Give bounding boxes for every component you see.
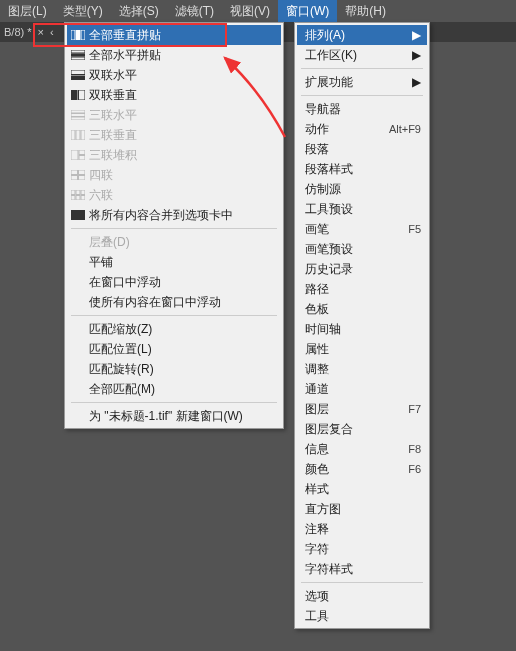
svg-rect-11 <box>71 114 85 117</box>
menu-item[interactable]: 扩展功能▶ <box>297 72 427 92</box>
menu-item[interactable]: 匹配旋转(R) <box>67 359 281 379</box>
menu-item[interactable]: 颜色F6 <box>297 459 427 479</box>
menu-item[interactable]: 图层复合 <box>297 419 427 439</box>
svg-rect-16 <box>71 150 78 160</box>
menu-filter[interactable]: 滤镜(T) <box>167 0 222 22</box>
menu-item[interactable]: 将所有内容合并到选项卡中 <box>67 205 281 225</box>
menu-item[interactable]: 图层F7 <box>297 399 427 419</box>
menu-item-label: 导航器 <box>305 101 421 118</box>
menu-item[interactable]: 全部垂直拼贴 <box>67 25 281 45</box>
shortcut-label: F8 <box>408 443 421 455</box>
menu-help[interactable]: 帮助(H) <box>337 0 394 22</box>
svg-rect-19 <box>71 170 78 175</box>
menu-item[interactable]: 双联垂直 <box>67 85 281 105</box>
menu-item[interactable]: 画笔F5 <box>297 219 427 239</box>
menu-item-label: 图层复合 <box>305 421 421 438</box>
g4-icon <box>71 170 85 180</box>
menu-item-label: 匹配旋转(R) <box>89 361 275 378</box>
menu-item[interactable]: 属性 <box>297 339 427 359</box>
separator <box>71 228 277 229</box>
menu-item[interactable]: 动作Alt+F9 <box>297 119 427 139</box>
menu-item-label: 画笔 <box>305 221 398 238</box>
menu-item-label: 扩展功能 <box>305 74 404 91</box>
menu-item[interactable]: 工具预设 <box>297 199 427 219</box>
menu-item[interactable]: 画笔预设 <box>297 239 427 259</box>
menu-item[interactable]: 工作区(K)▶ <box>297 45 427 65</box>
menu-layer[interactable]: 图层(L) <box>0 0 55 22</box>
chevron-left-icon[interactable]: ‹ <box>50 26 54 38</box>
menu-item[interactable]: 导航器 <box>297 99 427 119</box>
menu-item[interactable]: 全部匹配(M) <box>67 379 281 399</box>
menu-item[interactable]: 段落 <box>297 139 427 159</box>
menu-item-label: 历史记录 <box>305 261 421 278</box>
g6-icon <box>71 190 85 200</box>
separator <box>71 315 277 316</box>
menu-item[interactable]: 匹配位置(L) <box>67 339 281 359</box>
separator <box>71 402 277 403</box>
blank-icon <box>71 277 85 287</box>
close-icon[interactable]: × <box>38 26 44 38</box>
menu-item[interactable]: 色板 <box>297 299 427 319</box>
menu-item[interactable]: 直方图 <box>297 499 427 519</box>
menu-item[interactable]: 路径 <box>297 279 427 299</box>
menu-select[interactable]: 选择(S) <box>111 0 167 22</box>
menu-item-label: 全部匹配(M) <box>89 381 275 398</box>
svg-rect-10 <box>71 110 85 113</box>
menu-item-label: 调整 <box>305 361 421 378</box>
svg-rect-22 <box>79 176 86 181</box>
menu-item[interactable]: 仿制源 <box>297 179 427 199</box>
menu-item[interactable]: 字符样式 <box>297 559 427 579</box>
menu-item[interactable]: 选项 <box>297 586 427 606</box>
menu-item-label: 三联垂直 <box>89 127 275 144</box>
menu-item[interactable]: 平铺 <box>67 252 281 272</box>
svg-rect-4 <box>71 54 85 57</box>
menu-item-label: 字符 <box>305 541 421 558</box>
menu-type[interactable]: 类型(Y) <box>55 0 111 22</box>
menu-item-label: 双联水平 <box>89 67 275 84</box>
menu-window[interactable]: 窗口(W) <box>278 0 337 22</box>
shortcut-label: F6 <box>408 463 421 475</box>
menu-item[interactable]: 为 "未标题-1.tif" 新建窗口(W) <box>67 406 281 426</box>
menu-item-label: 段落 <box>305 141 421 158</box>
separator <box>301 68 423 69</box>
menu-item[interactable]: 段落样式 <box>297 159 427 179</box>
svg-rect-27 <box>76 196 80 201</box>
blank-icon <box>71 344 85 354</box>
menu-item-label: 层叠(D) <box>89 234 275 251</box>
menu-item[interactable]: 在窗口中浮动 <box>67 272 281 292</box>
menu-item-label: 四联 <box>89 167 275 184</box>
menu-item[interactable]: 工具 <box>297 606 427 626</box>
svg-rect-28 <box>81 196 85 201</box>
svg-rect-23 <box>71 190 75 195</box>
svg-rect-26 <box>71 196 75 201</box>
menu-item[interactable]: 匹配缩放(Z) <box>67 319 281 339</box>
menu-item[interactable]: 调整 <box>297 359 427 379</box>
menu-item[interactable]: 双联水平 <box>67 65 281 85</box>
menu-item-label: 样式 <box>305 481 421 498</box>
menu-item[interactable]: 时间轴 <box>297 319 427 339</box>
menu-item[interactable]: 字符 <box>297 539 427 559</box>
menu-item: 层叠(D) <box>67 232 281 252</box>
svg-rect-3 <box>71 50 85 53</box>
menu-item-label: 平铺 <box>89 254 275 271</box>
menu-item-label: 三联水平 <box>89 107 275 124</box>
menu-view[interactable]: 视图(V) <box>222 0 278 22</box>
menu-item-label: 颜色 <box>305 461 398 478</box>
submenu-arrow-icon: ▶ <box>412 75 421 89</box>
menu-item[interactable]: 注释 <box>297 519 427 539</box>
menu-item[interactable]: 通道 <box>297 379 427 399</box>
menu-item-label: 工具预设 <box>305 201 421 218</box>
svg-rect-29 <box>71 210 85 220</box>
menu-item[interactable]: 历史记录 <box>297 259 427 279</box>
svg-rect-0 <box>71 30 75 40</box>
svg-rect-17 <box>79 150 85 155</box>
menu-item[interactable]: 使所有内容在窗口中浮动 <box>67 292 281 312</box>
menu-item[interactable]: 样式 <box>297 479 427 499</box>
menu-item[interactable]: 全部水平拼贴 <box>67 45 281 65</box>
svg-rect-24 <box>76 190 80 195</box>
svg-rect-14 <box>76 130 80 140</box>
blank-icon <box>71 257 85 267</box>
menu-item: 三联垂直 <box>67 125 281 145</box>
menu-item[interactable]: 排列(A)▶ <box>297 25 427 45</box>
menu-item[interactable]: 信息F8 <box>297 439 427 459</box>
